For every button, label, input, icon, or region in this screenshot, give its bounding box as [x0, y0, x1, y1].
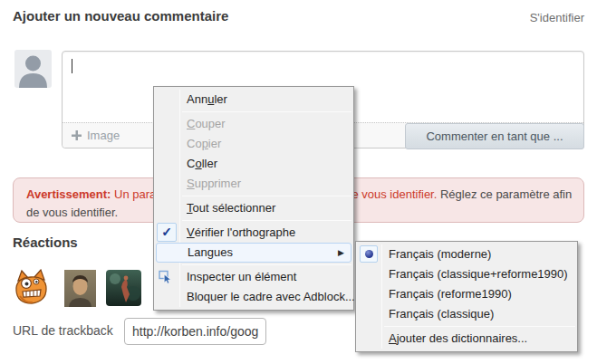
warning-message-dark: Réglez ce paramètre afin	[440, 187, 572, 201]
context-menu: Annuler Couper Copier Coller Supprimer T…	[153, 86, 354, 311]
menu-item-label: Langues	[188, 245, 233, 259]
signin-link[interactable]: S'identifier	[530, 11, 584, 24]
person-silhouette-icon	[14, 50, 52, 88]
cat-avatar-image	[13, 269, 50, 306]
avatar	[14, 50, 52, 88]
menu-item-label: Couper	[187, 117, 226, 130]
reactions-heading: Réactions	[13, 235, 78, 250]
menu-item-languages[interactable]: Langues ▶	[156, 243, 351, 263]
reaction-avatar-cat[interactable]	[13, 269, 50, 306]
add-image-button[interactable]: Image	[72, 129, 120, 142]
menu-item-label: Français (classique+reforme1990)	[389, 267, 568, 281]
menu-item-select-all[interactable]: Tout sélectionner	[154, 198, 353, 218]
menu-item-label: Inspecter un élément	[187, 270, 296, 283]
reaction-avatar-fantasy[interactable]	[106, 270, 141, 306]
submenu-item-francais-classique[interactable]: Français (classique)	[356, 304, 577, 324]
menu-item-copy: Copier	[154, 134, 353, 154]
menu-item-label: Français (moderne)	[389, 247, 491, 261]
menu-item-block-frame-adblock[interactable]: Bloquer le cadre avec Adblock...	[154, 287, 353, 307]
text-cursor	[72, 59, 72, 73]
menu-item-label: Français (reforme1990)	[389, 287, 512, 301]
languages-submenu: Français (moderne) Français (classique+r…	[355, 241, 578, 352]
fantasy-avatar-image	[106, 270, 141, 306]
menu-separator	[182, 220, 351, 221]
warning-label: Avertissement:	[26, 187, 111, 201]
trackback-url-input[interactable]	[124, 318, 266, 345]
menu-item-label: Vérifier l'orthographe	[187, 225, 295, 239]
menu-item-check-spelling[interactable]: ✓ Vérifier l'orthographe	[154, 223, 353, 243]
submenu-item-add-dictionaries[interactable]: Ajouter des dictionnaires...	[356, 329, 577, 349]
checkmark-icon: ✓	[157, 223, 177, 242]
radio-selected-icon	[360, 245, 378, 263]
menu-item-label: Coller	[187, 157, 217, 170]
menu-item-cut: Couper	[154, 114, 353, 134]
reaction-avatar-man[interactable]	[64, 270, 96, 307]
comment-as-button[interactable]: Commenter en tant que ...	[405, 123, 584, 149]
menu-separator	[182, 111, 351, 112]
comment-page: Ajouter un nouveau commentaire S'identif…	[0, 0, 597, 364]
menu-item-delete: Supprimer	[154, 174, 353, 194]
menu-item-inspect-element[interactable]: Inspecter un élément	[154, 267, 353, 287]
menu-item-paste[interactable]: Coller	[154, 154, 353, 174]
menu-item-label: Annuler	[187, 92, 227, 106]
menu-item-label: Supprimer	[187, 177, 241, 190]
submenu-item-francais-reforme1990[interactable]: Français (reforme1990)	[356, 284, 577, 304]
menu-item-label: Tout sélectionner	[187, 201, 275, 215]
menu-item-label: Ajouter des dictionnaires...	[389, 331, 527, 345]
menu-separator	[182, 264, 351, 265]
menu-separator	[384, 326, 575, 327]
menu-item-label: Français (classique)	[389, 307, 494, 321]
submenu-item-francais-moderne[interactable]: Français (moderne)	[356, 244, 577, 264]
page-title: Ajouter un nouveau commentaire	[13, 8, 228, 24]
submenu-arrow-icon: ▶	[338, 244, 344, 262]
trackback-label: URL de trackback	[13, 323, 113, 338]
submenu-item-francais-classique-reforme1990[interactable]: Français (classique+reforme1990)	[356, 264, 577, 284]
menu-item-label: Copier	[187, 137, 221, 150]
menu-item-undo[interactable]: Annuler	[154, 90, 353, 110]
menu-item-label: Bloquer le cadre avec Adblock...	[187, 290, 355, 303]
plus-icon	[72, 130, 82, 140]
add-image-label: Image	[87, 129, 120, 142]
menu-separator	[182, 196, 351, 196]
man-avatar-image	[64, 270, 96, 307]
